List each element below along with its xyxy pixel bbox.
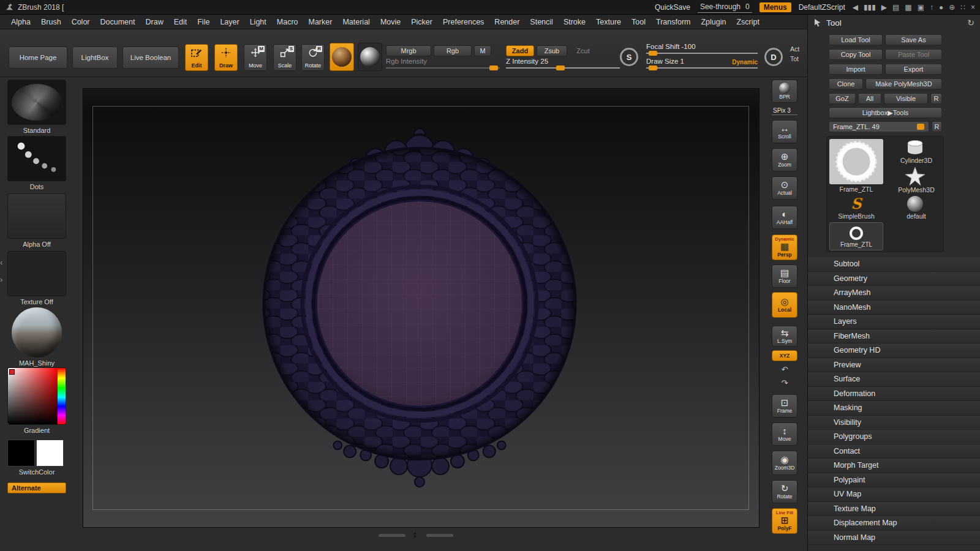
hue-strip[interactable] [58,368,66,424]
tool-section-row[interactable]: Geometry [808,272,980,287]
lsym-button[interactable]: ⇆ L.Sym [772,326,797,347]
export-button[interactable]: Export [885,64,942,75]
lightbox-tools-button[interactable]: Lightbox▶Tools [829,107,942,118]
move-button[interactable]: M Move [244,44,267,71]
alpha-selector[interactable]: Alpha Off [7,193,66,248]
printer-icon[interactable]: ▣ [918,4,924,11]
menu-item[interactable]: File [192,16,214,28]
goz-visible-button[interactable]: Visible [884,93,928,104]
tool-section-row[interactable]: UV Map [808,487,980,502]
secondary-color-swatch[interactable] [36,440,64,467]
zadd-button[interactable]: Zadd [506,45,534,56]
actual-button[interactable]: ⊙ Actual [772,176,797,200]
default-material-thumb[interactable] [905,195,925,212]
menu-item[interactable]: Transform [651,16,696,28]
main-color-swatch[interactable] [7,440,35,467]
persp-button[interactable]: Dynamic ▦ Persp [772,234,797,260]
z-intensity-nub[interactable] [556,66,565,70]
local-button[interactable]: ◎ Local [772,292,797,318]
rgb-button[interactable]: Rgb [434,45,472,56]
cursor-icon[interactable] [814,18,821,27]
menu-item[interactable]: Light [245,16,271,28]
rotate-ccw-icon[interactable]: ↶ [775,365,794,374]
zsub-button[interactable]: Zsub [537,45,567,56]
sculptris-pro-button[interactable]: S [620,48,638,66]
paste-tool-button[interactable]: Paste Tool [885,49,942,60]
home-page-button[interactable]: Home Page [9,47,67,69]
edit-button[interactable]: Edit [185,44,208,71]
tool-section-row[interactable]: Displacement Map [808,516,980,531]
tool-section-row[interactable]: NanoMesh [808,301,980,315]
draw-size-slider[interactable]: Draw Size 1 Dynamic [646,58,758,69]
move3d-button[interactable]: ↕ Move [772,422,797,446]
texture-thumb[interactable] [7,251,66,296]
menu-item[interactable]: Draw [141,16,168,28]
simplebrush-thumb[interactable]: S [843,195,870,212]
tool-slider-r-button[interactable]: R [932,121,942,132]
polyf-button[interactable]: Line Fill ⊞ PolyF [772,508,797,534]
canvas-viewport[interactable] [83,88,760,528]
menu-item[interactable]: Zscript [731,16,764,28]
goz-all-button[interactable]: All [858,93,881,104]
frame-ztl-small-thumb[interactable]: Frame_ZTL [829,222,883,250]
scroll-right-icon[interactable]: ▶ [881,4,887,11]
canvas-scroll-handle-right[interactable] [426,534,453,537]
rgb-intensity-slider[interactable]: Rgb Intensity [386,58,500,69]
menu-item[interactable]: Brush [36,16,66,28]
bpr-button[interactable]: BPR [772,80,797,103]
color-picker-thumb[interactable] [7,367,66,425]
alternate-button[interactable]: Alternate [7,482,66,493]
tool-section-row[interactable]: Normal Map [808,531,980,545]
saturation-value-square[interactable] [8,368,58,424]
scale-button[interactable]: S Scale [273,44,296,71]
dots-grid-icon[interactable]: ∷ [960,4,965,11]
menu-item[interactable]: Marker [304,16,337,28]
scroll-left-icon[interactable]: ◀ [853,4,858,11]
draw-button[interactable]: Draw [214,44,238,71]
tool-section-row[interactable]: FiberMesh [808,329,980,344]
copy-tool-button[interactable]: Copy Tool [829,49,883,60]
menu-item[interactable]: Texture [591,16,626,28]
rgb-intensity-nub[interactable] [489,66,498,70]
load-tool-button[interactable]: Load Tool [829,34,883,45]
texture-selector[interactable]: Texture Off [7,251,66,305]
canvas-split-arrows[interactable]: ▲▼ [413,531,417,539]
polymesh3d-thumb[interactable] [902,167,929,186]
panel-refresh-icon[interactable]: ↻ [967,18,974,28]
tool-section-row[interactable]: Masking [808,401,980,416]
lightbox-button[interactable]: LightBox [72,47,118,69]
tray-collapse-left-icon[interactable]: ‹ [0,258,5,266]
stroke-thumb[interactable] [7,136,66,181]
tool-section-row[interactable]: Layers [808,315,980,329]
tool-section-row[interactable]: Subtool [808,257,980,272]
switch-color[interactable]: SwitchColor [7,440,66,478]
menu-item[interactable]: Render [489,16,524,28]
flat-color-thumb[interactable] [358,43,382,71]
current-tool-thumb[interactable] [829,139,883,184]
stroke-selector[interactable]: Dots [7,136,66,190]
menu-item[interactable]: Material [337,16,374,28]
menu-item[interactable]: Alpha [6,16,36,28]
tool-section-row[interactable]: Morph Target [808,459,980,473]
goz-button[interactable]: GoZ [829,93,856,104]
tool-section-row[interactable]: ArrayMesh [808,286,980,301]
see-through-slider[interactable]: See-through 0 [698,2,752,13]
tool-section-row[interactable]: Polypaint [808,473,980,488]
upload-arrow-icon[interactable]: ↑ [930,4,933,11]
canvas-scroll-handle-left[interactable] [379,534,405,537]
zoom-tool-icon[interactable]: ⊕ [949,4,955,11]
menu-item[interactable]: Tool [627,16,650,28]
tray-expand-right-icon[interactable]: › [0,276,5,283]
close-icon[interactable]: × [971,4,975,11]
menu-item[interactable]: Picker [406,16,437,28]
make-polymesh3d-button[interactable]: Make PolyMesh3D [865,78,942,89]
menu-item[interactable]: Stencil [525,16,558,28]
menu-item[interactable]: Zplugin [696,16,731,28]
dynamic-mode-button[interactable]: D [764,48,783,66]
aahalf-button[interactable]: ◐ AAHalf [772,206,797,229]
save-as-button[interactable]: Save As [885,34,942,45]
tablet-icon[interactable]: ▦ [905,4,911,11]
draw-size-nub[interactable] [649,66,657,70]
menu-item[interactable]: Macro [272,16,303,28]
menus-toggle[interactable]: Menus [760,2,791,12]
